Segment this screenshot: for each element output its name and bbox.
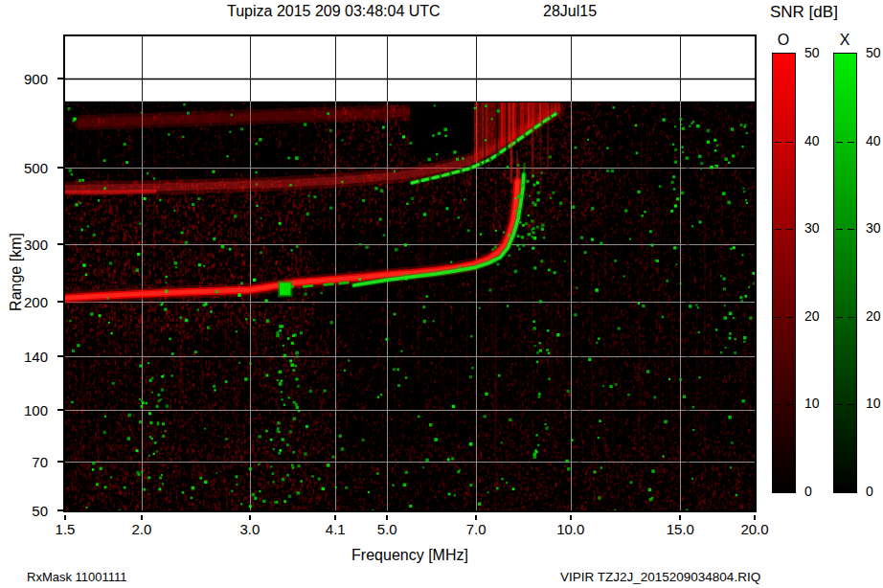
y-tick-500	[57, 167, 63, 169]
y-tick-70	[57, 461, 63, 463]
extraordinary-colorbar-label-0: 0	[866, 485, 873, 498]
colorbar-tick-dash	[775, 142, 781, 143]
colorbar-tick-dash	[775, 229, 781, 230]
extraordinary-snr-colorbar	[833, 53, 857, 493]
y-tick-900	[57, 78, 63, 79]
ordinary-colorbar-label-50: 50	[804, 46, 820, 59]
x-tick-label-1.5: 1.5	[42, 521, 88, 537]
data-file-label: VIPIR TZJ2J_2015209034804.RIQ	[560, 570, 760, 584]
x-tick-label-10.0: 10.0	[548, 521, 594, 537]
x-tick-label-5.0: 5.0	[364, 521, 410, 537]
y-tick-label-500: 500	[8, 160, 48, 175]
y-axis-title: Range [km]	[8, 233, 25, 311]
page-title: Tupiza 2015 209 03:48:04 UTC	[227, 3, 441, 20]
colorbar-tick-dash	[836, 142, 843, 143]
ordinary-colorbar-label-20: 20	[804, 309, 820, 323]
x-axis-title: Frequency [MHz]	[351, 547, 468, 564]
y-tick-label-70: 70	[8, 454, 48, 469]
x-tick-4.1	[334, 515, 336, 520]
x-tick-label-20.0: 20.0	[732, 521, 778, 537]
colorbar-tick-dash	[786, 142, 793, 143]
x-tick-3.0	[249, 515, 251, 520]
ordinary-colorbar-label-0: 0	[804, 485, 812, 498]
page-title-date: 28Jul15	[543, 3, 597, 20]
colorbar-tick-dash	[836, 317, 843, 318]
ordinary-colorbar-label-40: 40	[804, 134, 820, 147]
y-tick-label-140: 140	[8, 349, 48, 364]
rx-mask-label: RxMask 11001111	[27, 570, 127, 584]
x-tick-15.0	[679, 515, 681, 520]
colorbar-tick-dash	[775, 404, 781, 405]
extraordinary-colorbar-label-20: 20	[866, 309, 881, 323]
colorbar-tick-dash	[836, 229, 843, 230]
x-tick-label-3.0: 3.0	[227, 521, 273, 537]
x-tick-7.0	[475, 515, 477, 520]
x-tick-label-2.0: 2.0	[119, 521, 165, 537]
extraordinary-colorbar-label-40: 40	[866, 134, 881, 147]
y-tick-50	[57, 509, 63, 511]
colorbar-tick-dash	[836, 404, 843, 405]
x-tick-10.0	[570, 515, 572, 520]
colorbar-tick-dash	[848, 229, 854, 230]
colorbar-tick-dash	[786, 229, 793, 230]
y-tick-100	[57, 409, 63, 411]
ionogram-page: Tupiza 2015 209 03:48:04 UTC 28Jul15 SNR…	[0, 0, 883, 588]
ordinary-mode-label: O	[772, 32, 795, 49]
plot-frame	[63, 34, 757, 512]
y-tick-label-900: 900	[8, 71, 48, 86]
extraordinary-mode-label: X	[833, 32, 856, 49]
ordinary-snr-colorbar	[772, 53, 796, 493]
x-tick-label-15.0: 15.0	[657, 521, 703, 537]
x-tick-label-4.1: 4.1	[312, 521, 358, 537]
extraordinary-colorbar-label-10: 10	[866, 396, 881, 410]
colorbar-tick-dash	[786, 404, 793, 405]
x-tick-1.5	[64, 515, 66, 520]
y-tick-200	[57, 301, 63, 303]
y-tick-300	[57, 243, 63, 245]
colorbar-tick-dash	[848, 317, 854, 318]
ordinary-colorbar-label-30: 30	[804, 221, 820, 235]
ionogram-canvas	[65, 36, 755, 510]
colorbar-tick-dash	[775, 317, 781, 318]
x-tick-20.0	[754, 515, 756, 520]
x-tick-5.0	[386, 515, 388, 520]
colorbar-tick-dash	[786, 317, 793, 318]
x-tick-label-7.0: 7.0	[453, 521, 499, 537]
y-tick-label-50: 50	[8, 503, 48, 518]
colorbar-tick-dash	[848, 404, 854, 405]
extraordinary-colorbar-label-30: 30	[866, 221, 881, 235]
x-tick-2.0	[141, 515, 143, 520]
extraordinary-colorbar-label-50: 50	[866, 46, 881, 59]
y-tick-140	[57, 355, 63, 357]
colorbar-tick-dash	[848, 142, 854, 143]
snr-legend-title: SNR [dB]	[770, 3, 838, 22]
ordinary-colorbar-label-10: 10	[804, 396, 820, 410]
y-tick-label-100: 100	[8, 402, 48, 418]
